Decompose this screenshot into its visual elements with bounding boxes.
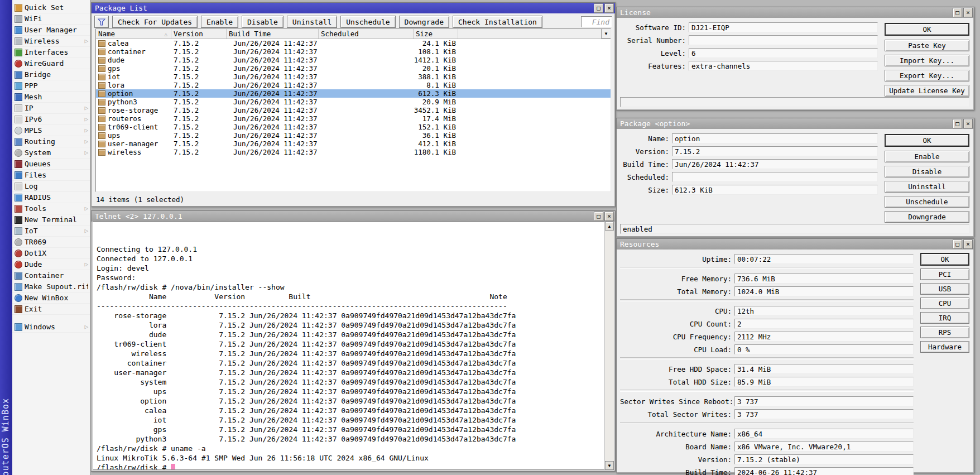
minimize-icon[interactable]: □ [594,212,603,221]
sidebar-item-system[interactable]: System▷ [12,147,90,159]
column-header-build-time[interactable]: Build Time [227,29,319,39]
license-titlebar[interactable]: License □ × [617,7,974,18]
resources-value-architecture-name[interactable]: x86_64 [734,429,914,439]
sidebar-item-user-manager[interactable]: User Manager [12,25,90,36]
sidebar-item-ip[interactable]: IP▷ [12,103,90,114]
package-option-value-build-time[interactable]: Jun/26/2024 11:42:37 [672,159,878,169]
package-option-downgrade-button[interactable]: Downgrade [885,211,969,223]
sidebar-item-bridge[interactable]: Bridge [12,69,90,80]
table-row[interactable]: tr069-client7.15.2Jun/26/2024 11:42:3715… [96,123,611,131]
license-value-level[interactable]: 6 [689,48,878,58]
table-row[interactable]: container7.15.2Jun/26/2024 11:42:37108.1… [96,47,611,56]
table-row[interactable]: option7.15.2Jun/26/2024 11:42:37612.3 Ki… [96,89,611,98]
package-option-ok-button[interactable]: OK [885,134,969,147]
license-value-features[interactable]: extra-channels [689,61,878,71]
sidebar-item-quick-set[interactable]: Quick Set [12,2,90,13]
license-ok-button[interactable]: OK [885,23,969,36]
sidebar-item-new-winbox[interactable]: New WinBox [12,292,90,304]
resources-irq-button[interactable]: IRQ [920,312,969,324]
minimize-icon[interactable]: □ [594,3,603,13]
license-export-key--button[interactable]: Export Key... [885,70,969,81]
sidebar-item-queues[interactable]: Queues [12,159,90,170]
sidebar-item-mesh[interactable]: Mesh [12,92,90,103]
table-row[interactable]: calea7.15.2Jun/26/2024 11:42:3724.1 KiB [96,39,611,47]
resources-value-total-hdd-size[interactable]: 85.9 MiB [734,377,914,387]
close-icon[interactable]: × [604,3,614,13]
resources-value-sector-writes-since-reboot[interactable]: 3 737 [734,396,914,406]
find-input[interactable] [581,16,612,27]
sidebar-item-wireless[interactable]: Wireless▷ [12,36,90,47]
column-header-name[interactable]: Name△ [96,29,171,39]
sidebar-item-windows[interactable]: Windows▷ [12,322,90,333]
resources-ok-button[interactable]: OK [920,253,969,266]
telnet-titlebar[interactable]: Telnet <2> 127.0.0.1 □ × [92,211,615,222]
scroll-down-icon[interactable]: ▼ [605,461,614,470]
package-option-unschedule-button[interactable]: Unschedule [885,196,969,208]
package-option-value-size[interactable]: 612.3 KiB [672,185,878,195]
resources-value-build-time[interactable]: 2024-06-26 11:42:37 [734,467,914,475]
table-row[interactable]: dude7.15.2Jun/26/2024 11:42:371412.1 KiB [96,56,611,64]
sidebar-item-dot1x[interactable]: Dot1X [12,248,90,259]
resources-value-uptime[interactable]: 00:07:22 [734,254,914,264]
sidebar-item-new-terminal[interactable]: New Terminal [12,214,90,225]
minimize-icon[interactable]: □ [953,8,962,17]
resources-value-version[interactable]: 7.15.2 (stable) [734,454,914,464]
resources-value-total-memory[interactable]: 1024.0 MiB [734,286,914,296]
table-row[interactable]: wireless7.15.2Jun/26/2024 11:42:371180.1… [96,148,611,156]
minimize-icon[interactable]: □ [953,119,962,128]
package-option-disable-button[interactable]: Disable [885,166,969,177]
sidebar-item-files[interactable]: Files [12,170,90,181]
resources-titlebar[interactable]: Resources □ × [617,239,974,250]
sidebar-item-wifi[interactable]: WiFi [12,13,90,25]
column-header-size[interactable]: Size [414,29,458,39]
package-option-titlebar[interactable]: Package <option> □ × [617,118,974,129]
sidebar-item-tr069[interactable]: TR069 [12,237,90,248]
disable-button[interactable]: Disable [242,16,284,28]
sidebar-item-dude[interactable]: Dude▷ [12,259,90,270]
uninstall-button[interactable]: Uninstall [287,16,337,28]
package-option-value-version[interactable]: 7.15.2 [672,146,878,156]
close-icon[interactable]: × [604,212,614,221]
table-row[interactable]: python37.15.2Jun/26/2024 11:42:3720.9 Mi… [96,98,611,106]
sidebar-item-log[interactable]: Log [12,181,90,192]
package-list-titlebar[interactable]: Package List □ × [92,3,615,13]
resources-cpu-button[interactable]: CPU [920,298,969,309]
resources-value-cpu[interactable]: 12th [734,306,914,316]
sidebar-item-iot[interactable]: IoT▷ [12,225,90,237]
table-row[interactable]: user-manager7.15.2Jun/26/2024 11:42:3741… [96,140,611,148]
resources-usb-button[interactable]: USB [920,283,969,295]
column-dropdown-icon[interactable]: ▼ [601,29,611,39]
license-value-serial-number[interactable] [689,35,878,45]
license-value-software-id[interactable]: DJ21-EIQP [689,22,878,32]
downgrade-button[interactable]: Downgrade [399,16,449,28]
resources-value-board-name[interactable]: x86 VMware, Inc. VMware20,1 [734,442,914,452]
resources-rps-button[interactable]: RPS [920,327,969,338]
unschedule-button[interactable]: Unschedule [340,16,395,28]
table-row[interactable]: routeros7.15.2Jun/26/2024 11:42:3717.4 M… [96,114,611,123]
check-for-updates-button[interactable]: Check For Updates [112,16,198,28]
resources-value-total-sector-writes[interactable]: 3 737 [734,409,914,419]
sidebar-item-mpls[interactable]: MPLS▷ [12,125,90,136]
sidebar-item-tools[interactable]: Tools▷ [12,203,90,214]
resources-value-free-hdd-space[interactable]: 31.4 MiB [734,364,914,374]
resources-value-cpu-load[interactable]: 0 % [734,344,914,354]
resources-value-cpu-frequency[interactable]: 2112 MHz [734,332,914,342]
sidebar-item-make-supout-rif[interactable]: Make Supout.rif [12,281,90,292]
scroll-up-icon[interactable]: ▲ [605,222,614,231]
package-option-value-scheduled[interactable] [672,172,878,182]
sidebar-item-ppp[interactable]: PPP [12,80,90,92]
license-paste-key-button[interactable]: Paste Key [885,40,969,51]
license-import-key--button[interactable]: Import Key... [885,55,969,66]
check-installation-button[interactable]: Check Installation [453,16,542,28]
resources-hardware-button[interactable]: Hardware [920,341,969,353]
terminal-scrollbar[interactable]: ▲ ▼ [604,222,614,470]
sidebar-item-routing[interactable]: Routing▷ [12,136,90,147]
table-row[interactable]: lora7.15.2Jun/26/2024 11:42:378.1 KiB [96,81,611,89]
sidebar-item-wireguard[interactable]: WireGuard [12,58,90,69]
package-option-uninstall-button[interactable]: Uninstall [885,181,969,193]
sidebar-item-ipv6[interactable]: IPv6▷ [12,114,90,125]
column-header-scheduled[interactable]: Scheduled [319,29,414,39]
sidebar-item-container[interactable]: Container [12,270,90,281]
sidebar-item-interfaces[interactable]: Interfaces [12,47,90,58]
filter-button[interactable] [94,16,109,28]
